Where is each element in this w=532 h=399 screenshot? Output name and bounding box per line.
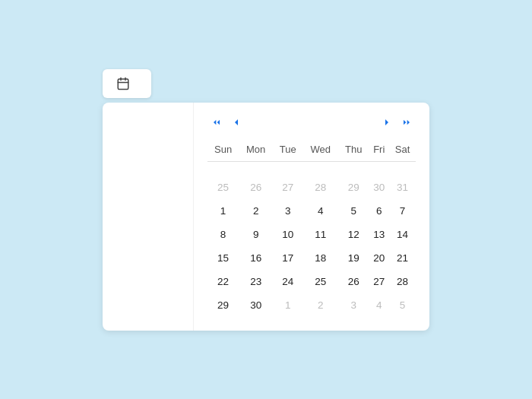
day-cell[interactable]: 11 [302,223,338,246]
divider-tue [273,161,302,176]
divider-sat [389,161,416,176]
day-cell[interactable]: 3 [338,293,369,317]
day-cell[interactable]: 4 [302,199,338,223]
day-cell[interactable]: 14 [389,223,416,246]
day-cell[interactable]: 1 [207,199,239,223]
week-row-2: 891011121314 [207,223,416,246]
day-cell[interactable]: 28 [302,176,338,199]
day-cell[interactable]: 20 [369,246,389,270]
day-cell[interactable]: 30 [239,293,273,317]
day-cell[interactable]: 3 [273,199,302,223]
pick-day-button[interactable] [103,69,151,98]
day-cell[interactable]: 26 [239,176,273,199]
day-cell[interactable]: 25 [207,176,239,199]
divider-sun [207,161,239,176]
day-cell[interactable]: 9 [239,223,273,246]
calendar-icon [116,77,130,90]
day-cell[interactable]: 30 [369,176,389,199]
day-cell[interactable]: 5 [389,293,416,317]
weekday-mon: Mon [239,141,273,162]
day-cell[interactable]: 26 [338,270,369,293]
day-cell[interactable]: 27 [273,176,302,199]
calendar-main: SunMonTueWedThuFriSat 252627282930311234… [194,103,429,331]
week-row-4: 22232425262728 [207,270,416,293]
divider-row [207,161,416,176]
day-cell[interactable]: 21 [389,246,416,270]
nav-prev-month-button[interactable] [227,115,245,130]
nav-next-year-button[interactable] [397,115,416,130]
weekday-sat: Sat [389,141,416,162]
nav-prev-year-button[interactable] [207,115,226,130]
weekday-sun: Sun [207,141,239,162]
day-cell[interactable]: 22 [207,270,239,293]
weekday-tue: Tue [273,141,302,162]
week-row-3: 15161718192021 [207,246,416,270]
nav-next-month-button[interactable] [378,115,396,130]
day-cell[interactable]: 4 [369,293,389,317]
weekday-fri: Fri [369,141,389,162]
day-cell[interactable]: 27 [369,270,389,293]
day-cell[interactable]: 2 [239,199,273,223]
day-cell[interactable]: 29 [207,293,239,317]
weekday-thu: Thu [338,141,369,162]
day-cell[interactable]: 12 [338,223,369,246]
day-cell[interactable]: 2 [302,293,338,317]
day-cell[interactable]: 6 [369,199,389,223]
weekday-wed: Wed [302,141,338,162]
day-cell[interactable]: 17 [273,246,302,270]
day-cell[interactable]: 16 [239,246,273,270]
day-cell[interactable]: 8 [207,223,239,246]
day-cell[interactable]: 7 [389,199,416,223]
day-cell[interactable]: 28 [389,270,416,293]
day-cell[interactable]: 1 [273,293,302,317]
divider-thu [338,161,369,176]
day-cell[interactable]: 19 [338,246,369,270]
weekday-header-row: SunMonTueWedThuFriSat [207,141,416,162]
day-cell[interactable]: 29 [338,176,369,199]
divider-mon [239,161,273,176]
nav-prev-group [207,115,245,130]
week-row-5: 293012345 [207,293,416,317]
day-cell[interactable]: 5 [338,199,369,223]
day-cell[interactable]: 10 [273,223,302,246]
svg-rect-0 [118,79,128,90]
picker-container: SunMonTueWedThuFriSat 252627282930311234… [103,69,429,331]
divider-wed [302,161,338,176]
day-cell[interactable]: 24 [273,270,302,293]
day-cell[interactable]: 18 [302,246,338,270]
day-cell[interactable]: 23 [239,270,273,293]
shortcuts-panel [103,103,194,331]
day-cell[interactable]: 31 [389,176,416,199]
day-cell[interactable]: 13 [369,223,389,246]
divider-fri [369,161,389,176]
week-row-0: 25262728293031 [207,176,416,199]
calendar-grid: SunMonTueWedThuFriSat 252627282930311234… [207,141,416,317]
calendar-panel: SunMonTueWedThuFriSat 252627282930311234… [103,103,429,331]
day-cell[interactable]: 25 [302,270,338,293]
nav-next-group [378,115,416,130]
calendar-header [207,115,416,130]
week-row-1: 1234567 [207,199,416,223]
day-cell[interactable]: 15 [207,246,239,270]
